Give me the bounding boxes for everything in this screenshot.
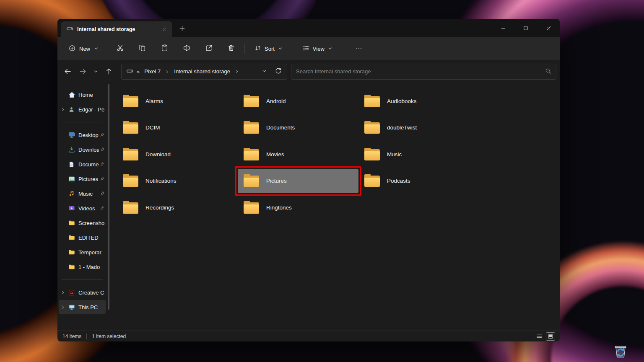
paste-button[interactable] [156,41,173,56]
folder-tile-notifications[interactable]: Notifications [117,169,238,193]
chevron-down-icon [328,46,332,52]
folder-icon [68,249,76,256]
chevron-right-icon[interactable] [61,305,66,309]
music-icon [68,191,76,197]
creative-cloud-icon: Cc [68,290,76,296]
title-bar[interactable]: Internal shared storage [57,19,560,37]
pin-icon [100,132,105,137]
view-button[interactable]: View [298,41,337,56]
sidebar-item-1-mado[interactable]: 1 - Mado [59,260,106,274]
sidebar-item-edited[interactable]: EDITED [59,230,106,245]
folder-tile-documents[interactable]: Documents [238,116,358,140]
forward-button[interactable] [75,64,90,79]
explorer-tab[interactable]: Internal shared storage [61,21,172,37]
folder-tile-ringtones[interactable]: Ringtones [238,195,358,220]
folder-icon [68,264,76,270]
address-bar[interactable]: « Pixel 7 Internal shared storage [121,64,287,80]
share-button[interactable] [200,41,217,56]
share-icon [205,44,213,53]
sidebar-item-documents[interactable]: Documents [59,157,106,171]
folder-name: Documents [266,124,295,131]
search-icon [545,68,551,75]
chevron-right-icon[interactable] [61,107,66,111]
folder-tile-podcasts[interactable]: Podcasts [358,169,479,193]
rename-icon [183,44,190,53]
folder-tile-audiobooks[interactable]: Audiobooks [358,89,479,113]
recent-locations-button[interactable] [90,64,101,79]
sidebar-item-home[interactable]: Home [59,88,106,102]
rename-button[interactable] [178,41,195,56]
breadcrumb-location[interactable]: Internal shared storage [173,67,231,76]
details-view-button[interactable] [535,333,543,340]
maximize-button[interactable] [514,19,537,37]
large-icons-view-button[interactable] [546,333,555,340]
new-tab-button[interactable] [176,22,188,34]
sort-button[interactable]: Sort [250,41,287,56]
sidebar-item-downloads[interactable]: Downloads [59,142,106,157]
address-dropdown-icon[interactable] [262,68,267,75]
folder-icon [364,148,380,160]
view-button-label: View [313,46,325,52]
new-button[interactable]: New [63,41,104,56]
chevron-right-icon[interactable] [61,290,66,295]
sidebar-item-music[interactable]: Music [59,186,106,201]
status-bar: 14 items 1 item selected [57,331,560,341]
chevron-right-icon[interactable] [165,70,169,74]
person-icon [68,106,76,113]
sidebar-item-creative-c[interactable]: CcCreative C [59,285,106,300]
more-options-button[interactable] [351,41,367,56]
back-button[interactable] [60,64,75,79]
folder-tile-movies[interactable]: Movies [238,142,358,166]
folder-tile-doubletwist[interactable]: doubleTwist [358,116,479,140]
breadcrumb-collapse[interactable]: « [137,68,140,75]
folder-icon [364,122,380,134]
folder-tile-music[interactable]: Music [358,142,479,166]
sidebar-item-temporar[interactable]: Temporar [59,245,106,259]
copy-button[interactable] [134,41,151,56]
folder-name: Download [145,151,171,158]
sidebar-item-screensho[interactable]: Screensho [59,216,106,230]
tab-close-icon[interactable] [159,24,169,34]
folder-tile-alarms[interactable]: Alarms [117,89,238,113]
sidebar-items: HomeEdgar - PeDesktopDownloadsDocumentsP… [57,88,107,314]
delete-icon [228,44,235,53]
search-box[interactable] [291,64,556,80]
cut-button[interactable] [112,41,128,56]
sidebar-item-desktop[interactable]: Desktop [59,128,106,142]
copy-icon [139,44,146,53]
sidebar-item-label: Documents [78,161,99,168]
command-toolbar: New Sort View [57,37,560,60]
view-icon [303,45,309,53]
chevron-right-icon[interactable] [235,70,239,74]
sidebar-item-videos[interactable]: Videos [59,201,106,215]
search-input[interactable] [296,68,542,75]
folder-tile-download[interactable]: Download [117,142,238,166]
refresh-icon[interactable] [275,67,282,75]
folder-tile-pictures[interactable]: Pictures [238,169,358,193]
sidebar-item-label: Pictures [78,176,99,182]
sidebar-item-label: Creative C [78,290,105,296]
pin-icon [100,191,105,196]
item-count: 14 items [62,334,81,339]
tab-title: Internal shared storage [77,26,155,32]
folder-icon [123,202,138,214]
minimize-button[interactable] [492,19,514,37]
folder-name: Audiobooks [387,98,417,104]
recycle-bin-icon[interactable] [610,339,631,361]
delete-button[interactable] [223,41,239,56]
up-button[interactable] [101,64,116,79]
breadcrumb-device[interactable]: Pixel 7 [143,67,161,76]
videos-icon [68,205,76,212]
folder-tile-dcim[interactable]: DCIM [117,116,238,140]
folder-tile-recordings[interactable]: Recordings [117,195,238,220]
new-button-label: New [79,46,90,52]
sidebar-scrollbar[interactable] [108,84,109,310]
sidebar-item-pictures[interactable]: Pictures [59,172,106,186]
storage-drive-icon [67,26,73,33]
folder-tile-android[interactable]: Android [238,89,358,113]
sidebar-item-this-pc[interactable]: This PC [59,300,106,314]
close-button[interactable] [537,19,560,37]
document-icon [68,161,76,168]
sidebar-item-edgar-pe[interactable]: Edgar - Pe [59,102,106,116]
desktop-icon [68,132,76,138]
